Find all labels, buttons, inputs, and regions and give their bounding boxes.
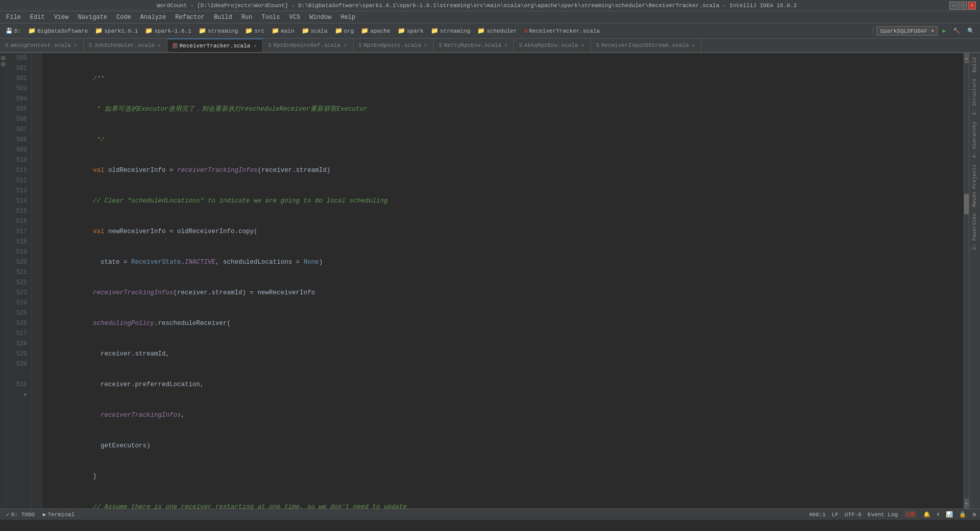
todo-icon: ✓ — [6, 511, 10, 518]
close-button[interactable]: ✕ — [968, 2, 976, 10]
menu-bar: File Edit View Navigate Code Analyze Ref… — [0, 11, 980, 23]
tab-rpc-endpoint[interactable]: S RpcEndpoint.scala ✕ — [354, 39, 434, 52]
tab-receiver-tracker[interactable]: S ReceiverTracker.scala ✕ — [167, 39, 263, 52]
ime-icon: S英 — [904, 511, 917, 518]
terminal-tool[interactable]: ▶ Terminal — [41, 510, 77, 519]
menu-run[interactable]: Run — [237, 13, 257, 22]
menu-code[interactable]: Code — [112, 13, 135, 22]
run-button[interactable]: ▶ — [940, 27, 948, 35]
folder-icon-4: 📁 — [199, 27, 206, 35]
menu-vcs[interactable]: VCS — [285, 13, 305, 22]
tab-icon-6: S — [519, 43, 522, 48]
scroll-up[interactable]: ▲ — [964, 53, 969, 63]
code-line-502: * 如果可选的Executor使用完了，则会重新执行rescheduleRece… — [47, 94, 959, 124]
right-side-panels: Build 2: Structure 4: Hierarchy Maven Pr… — [969, 53, 980, 509]
code-line-504: val oldReceiverInfo = receiverTrackingIn… — [47, 155, 959, 186]
toolbar-streaming[interactable]: 📁 streaming — [196, 26, 240, 36]
maximize-button[interactable]: □ — [959, 2, 967, 10]
tab-icon-3: S — [268, 43, 271, 48]
notification-icon3: 📊 — [946, 511, 953, 518]
menu-analyze[interactable]: Analyze — [136, 13, 170, 22]
toolbar-scala[interactable]: 📁 scala — [299, 26, 330, 36]
run-config-selector[interactable]: SparkSQLDFUDAF ▾ — [876, 26, 938, 36]
toolbar-apache[interactable]: 📁 apache — [358, 26, 393, 36]
notification-icon4: 🔒 — [959, 511, 966, 518]
tab-job-scheduler[interactable]: S JobScheduler.scala ✕ — [84, 39, 167, 52]
scroll-track[interactable] — [964, 63, 969, 498]
build-button[interactable]: 🔨 — [950, 27, 963, 35]
menu-window[interactable]: Window — [305, 13, 335, 22]
search-everywhere-button[interactable]: 🔍 — [965, 27, 977, 35]
minimize-button[interactable]: — — [949, 2, 958, 10]
menu-navigate[interactable]: Navigate — [74, 13, 111, 22]
folder-icon-11: 📁 — [431, 27, 438, 35]
tab-close-4[interactable]: ✕ — [423, 42, 428, 48]
tab-icon-4: S — [359, 43, 362, 48]
vertical-scrollbar[interactable]: ▲ ▼ — [964, 53, 969, 509]
toolbar-separator — [873, 27, 873, 36]
tab-icon-active: S — [173, 43, 178, 48]
folder-icon-10: 📁 — [398, 27, 405, 35]
tab-netty-rpc[interactable]: S NettyRpcEnv.scala ✕ — [434, 39, 514, 52]
toolbar-scheduler[interactable]: 📁 scheduler — [475, 26, 519, 36]
menu-view[interactable]: View — [50, 13, 73, 22]
todo-tool[interactable]: ✓ 6: TODO — [4, 510, 37, 519]
scroll-down[interactable]: ▼ — [964, 498, 969, 509]
menu-tools[interactable]: Tools — [258, 13, 284, 22]
folder-icon-2: 📁 — [95, 27, 103, 35]
tab-close-7[interactable]: ✕ — [691, 42, 696, 48]
code-line-506: val newReceiverInfo = oldReceiverInfo.co… — [47, 216, 959, 247]
status-lf: LF — [832, 512, 839, 518]
toolbar-drive[interactable]: 💾 D: — [3, 27, 23, 35]
bottom-bar: ✓ 6: TODO ▶ Terminal 480:1 LF UTF-8 Even… — [0, 509, 980, 520]
tab-close-active[interactable]: ✕ — [252, 43, 257, 49]
right-tab-hierarchy[interactable]: 4: Hierarchy — [971, 119, 978, 160]
toolbar: 💾 D: 📁 BigDataSoftware 📁 spark1.6.1 📁 sp… — [0, 23, 980, 39]
toolbar-spark2[interactable]: 📁 spark-1.6.1 — [142, 26, 194, 36]
code-line-515: // Assume there is one receiver restarti… — [47, 492, 959, 509]
drive-icon: 💾 — [6, 28, 13, 34]
title-text: WordCount - [D:\IdeaProjects\WordCount] … — [4, 3, 949, 9]
toolbar-org[interactable]: 📁 org — [332, 26, 357, 36]
menu-refactor[interactable]: Refactor — [171, 13, 209, 22]
folder-icon-3: 📁 — [145, 27, 153, 35]
left-gutter — [0, 53, 6, 509]
menu-help[interactable]: Help — [336, 13, 359, 22]
tab-icon-2: S — [89, 43, 92, 48]
folder-icon-8: 📁 — [335, 27, 342, 35]
event-log[interactable]: Event Log — [868, 512, 898, 518]
tab-akka-rpc[interactable]: S AkkaRpcEnv.scala ✕ — [514, 39, 591, 52]
toolbar-spark3[interactable]: 📁 spark — [395, 26, 426, 36]
scroll-thumb[interactable] — [964, 194, 969, 214]
right-tab-maven[interactable]: Maven Projects — [971, 162, 978, 209]
main-area: 500 501 502 503 504 505 506 507 508 509 … — [0, 53, 980, 509]
tab-close-3[interactable]: ✕ — [342, 42, 348, 48]
terminal-label: Terminal — [47, 512, 75, 518]
toolbar-spark1[interactable]: 📁 spark1.6.1 — [92, 26, 140, 36]
right-tab-build[interactable]: Build — [971, 55, 978, 74]
code-lines: /** * 如果可选的Executor使用完了，则会重新执行reschedule… — [42, 53, 964, 509]
toolbar-receiver-tracker[interactable]: S ReceiverTracker.scala — [522, 27, 602, 35]
menu-edit[interactable]: Edit — [26, 13, 49, 22]
tab-rpc-endpoint-ref[interactable]: S RpcEndpointRef.scala ✕ — [263, 39, 353, 52]
toolbar-streaming2[interactable]: 📁 streaming — [428, 26, 473, 36]
line-numbers: 500 501 502 503 504 505 506 507 508 509 … — [6, 53, 32, 509]
tab-streaming-context[interactable]: S amingContext.scala ✕ — [0, 39, 84, 52]
tab-close-6[interactable]: ✕ — [580, 42, 585, 48]
right-tab-favorites[interactable]: 2: Favorites — [971, 211, 978, 252]
menu-build[interactable]: Build — [210, 13, 236, 22]
tab-icon-1: S — [5, 43, 8, 48]
tab-close-5[interactable]: ✕ — [503, 42, 508, 48]
code-editor[interactable]: 500 501 502 503 504 505 506 507 508 509 … — [6, 53, 969, 509]
toolbar-big-data[interactable]: 📁 BigDataSoftware — [26, 26, 90, 36]
scala-icon: S — [524, 28, 528, 34]
tab-receiver-input[interactable]: S ReceiverInputDStream.scala ✕ — [591, 39, 702, 52]
toolbar-main[interactable]: 📁 main — [269, 26, 297, 36]
tab-close-2[interactable]: ✕ — [157, 42, 162, 48]
right-tab-structure[interactable]: 2: Structure — [971, 77, 978, 117]
terminal-icon: ▶ — [43, 511, 46, 518]
tab-close-1[interactable]: ✕ — [73, 42, 78, 48]
toolbar-src[interactable]: 📁 src — [242, 26, 267, 36]
menu-file[interactable]: File — [2, 13, 25, 22]
folder-icon-6: 📁 — [272, 27, 279, 35]
